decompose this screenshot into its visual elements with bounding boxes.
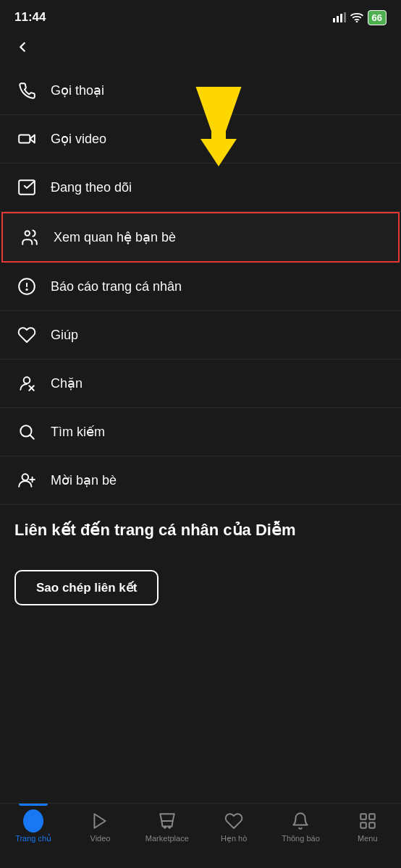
signal-icon [333, 12, 346, 22]
section-title: Liên kết đến trang cá nhân của Diễm [0, 505, 401, 547]
nav-label-menu: Menu [358, 834, 378, 843]
svg-rect-30 [369, 822, 375, 828]
copy-link-area: Sao chép liên kết [0, 547, 401, 634]
menu-label-tim-kiem: Tìm kiếm [51, 424, 105, 440]
menu-label-xem-quan-he: Xem quan hệ bạn bè [54, 229, 176, 245]
menu-item-chan[interactable]: Chặn [0, 359, 401, 408]
svg-rect-3 [344, 12, 346, 22]
svg-point-21 [22, 474, 29, 480]
nav-marketplace-icon [157, 811, 177, 831]
report-icon [14, 274, 39, 299]
svg-rect-29 [360, 822, 366, 828]
svg-rect-27 [360, 814, 366, 820]
block-icon [14, 371, 39, 396]
svg-point-25 [164, 827, 165, 828]
help-icon [14, 323, 39, 347]
menu-item-tim-kiem[interactable]: Tìm kiếm [0, 408, 401, 456]
nav-label-marketplace: Marketplace [145, 834, 189, 843]
nav-label-thong-bao: Thông báo [282, 834, 320, 843]
menu-item-xem-quan-he[interactable]: Xem quan hệ bạn bè [1, 212, 400, 263]
svg-rect-1 [337, 16, 339, 22]
svg-marker-10 [30, 135, 35, 143]
menu-item-giup[interactable]: Giúp [0, 311, 401, 359]
nav-item-marketplace[interactable]: Marketplace [145, 811, 189, 843]
menu-item-dang-theo-doi[interactable]: Đang theo dõi [0, 163, 401, 212]
svg-marker-24 [95, 814, 106, 828]
svg-rect-0 [333, 18, 335, 22]
nav-label-video: Video [90, 834, 111, 843]
menu-list: Gọi thoại Gọi video Đang theo dõi Xem qu… [0, 67, 401, 505]
menu-item-bao-cao[interactable]: Báo cáo trang cá nhân [0, 263, 401, 311]
menu-label-dang-theo-doi: Đang theo dõi [51, 180, 132, 195]
menu-label-bao-cao: Báo cáo trang cá nhân [51, 279, 182, 294]
bottom-nav: Trang chủ Video Marketplace Hẹn hò Thông… [0, 803, 401, 868]
nav-bell-icon [290, 811, 311, 831]
status-time: 11:44 [14, 10, 46, 25]
svg-point-19 [20, 425, 31, 436]
nav-label-trang-chu: Trang chủ [15, 834, 51, 843]
svg-point-12 [25, 231, 30, 236]
nav-item-video[interactable]: Video [78, 811, 122, 843]
addfriend-icon [14, 468, 39, 493]
video-icon [14, 127, 39, 151]
battery-badge: 66 [368, 10, 387, 25]
menu-label-chan: Chặn [51, 375, 83, 391]
nav-dating-icon [224, 811, 244, 831]
nav-label-hen-ho: Hẹn hò [221, 834, 247, 843]
phone-icon [14, 78, 39, 103]
menu-item-goi-thoai[interactable]: Gọi thoại [0, 67, 401, 115]
svg-rect-9 [19, 135, 30, 143]
nav-item-trang-chu[interactable]: Trang chủ [12, 811, 55, 843]
copy-link-button[interactable]: Sao chép liên kết [14, 570, 159, 605]
menu-item-moi-ban-be[interactable]: Mời bạn bè [0, 456, 401, 505]
friends-icon [17, 225, 42, 250]
status-bar: 11:44 66 [0, 0, 401, 32]
nav-home-icon [23, 811, 43, 831]
menu-label-moi-ban-be: Mời bạn bè [51, 472, 117, 488]
menu-label-goi-video: Gọi video [51, 131, 106, 147]
wifi-icon [350, 12, 363, 22]
menu-item-goi-video[interactable]: Gọi video [0, 115, 401, 163]
svg-point-26 [169, 827, 170, 828]
svg-line-20 [30, 435, 34, 439]
nav-item-menu[interactable]: Menu [346, 811, 389, 843]
search-icon [14, 420, 39, 444]
nav-item-hen-ho[interactable]: Hẹn hò [212, 811, 256, 843]
back-button[interactable] [0, 32, 401, 64]
svg-rect-28 [369, 814, 375, 820]
svg-rect-2 [340, 14, 342, 22]
svg-point-4 [355, 21, 358, 22]
subscribe-icon [14, 175, 39, 200]
menu-label-giup: Giúp [51, 328, 78, 343]
nav-video-icon [90, 811, 110, 831]
svg-point-16 [24, 377, 30, 383]
nav-item-thong-bao[interactable]: Thông báo [279, 811, 322, 843]
menu-label-goi-thoai: Gọi thoại [51, 82, 104, 98]
nav-menu-icon [358, 811, 378, 831]
status-icons: 66 [333, 10, 387, 25]
